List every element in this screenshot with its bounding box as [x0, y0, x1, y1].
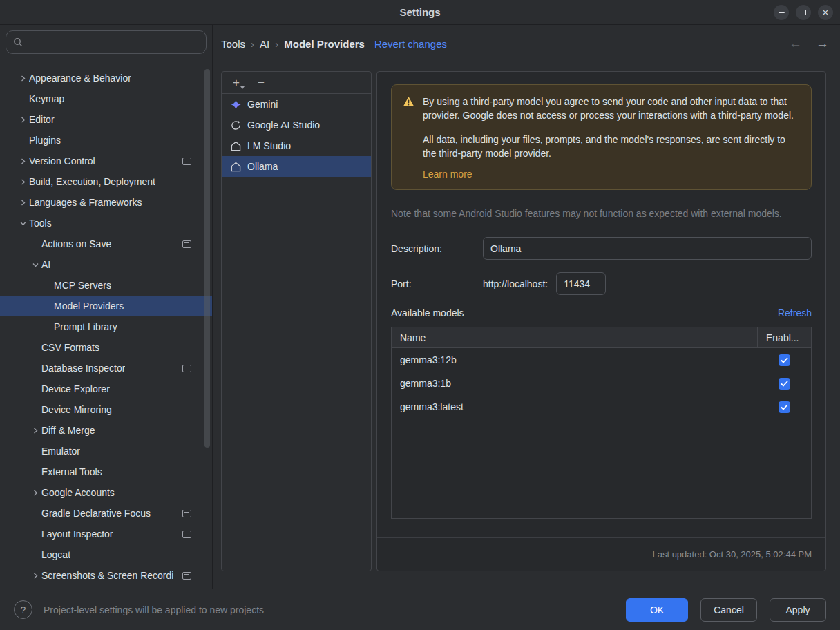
model-enabled-checkbox[interactable] — [779, 401, 790, 413]
sidebar-item-screenshots-screen-recordi[interactable]: Screenshots & Screen Recordi — [0, 565, 212, 586]
breadcrumb-row: Tools›AI›Model Providers Revert changes … — [213, 25, 840, 62]
provider-item-gemini[interactable]: Gemini — [222, 94, 371, 115]
provider-label: Gemini — [247, 99, 278, 110]
refresh-link[interactable]: Refresh — [778, 307, 812, 318]
revert-changes-link[interactable]: Revert changes — [374, 38, 447, 50]
project-level-icon — [182, 531, 191, 538]
model-row-gemma3-latest[interactable]: gemma3:latest — [392, 395, 811, 419]
sidebar-item-device-mirroring[interactable]: Device Mirroring — [0, 399, 212, 420]
model-row-gemma3-1b[interactable]: gemma3:1b — [392, 372, 811, 395]
sidebar-item-editor[interactable]: Editor — [0, 109, 212, 130]
cancel-button[interactable]: Cancel — [700, 598, 757, 622]
sidebar-item-label: Gradle Declarative Focus — [41, 508, 151, 519]
provider-item-google-ai-studio[interactable]: Google AI Studio — [222, 115, 371, 135]
breadcrumb-item-ai[interactable]: AI — [260, 38, 269, 50]
sidebar-item-database-inspector[interactable]: Database Inspector — [0, 358, 212, 379]
ok-button[interactable]: OK — [626, 598, 688, 622]
description-row: Description: — [391, 237, 812, 260]
warning-paragraph-1: By using a third-party model you agree t… — [423, 95, 800, 123]
model-row-gemma3-12b[interactable]: gemma3:12b — [392, 348, 811, 372]
help-button[interactable]: ? — [14, 600, 32, 619]
add-dropdown-caret-icon — [240, 86, 245, 89]
sidebar-item-build-execution-deployment[interactable]: Build, Execution, Deployment — [0, 171, 212, 192]
chevron-right-icon[interactable] — [17, 117, 29, 123]
model-enabled-checkbox[interactable] — [779, 378, 790, 390]
model-enabled-cell — [757, 372, 811, 395]
sidebar-item-device-explorer[interactable]: Device Explorer — [0, 379, 212, 399]
settings-content: Tools›AI›Model Providers Revert changes … — [213, 25, 840, 589]
chevron-right-icon[interactable] — [17, 179, 29, 185]
sidebar-item-label: Version Control — [29, 155, 95, 166]
sidebar-item-gradle-declarative-focus[interactable]: Gradle Declarative Focus — [0, 503, 212, 524]
provider-label: Ollama — [247, 161, 278, 172]
provider-list-panel: + − GeminiGoogle AI StudioLM StudioOllam… — [221, 71, 372, 571]
sidebar-item-version-control[interactable]: Version Control — [0, 151, 212, 171]
model-name: gemma3:12b — [392, 354, 757, 365]
chevron-down-icon[interactable] — [17, 220, 29, 227]
chevron-down-icon[interactable] — [29, 262, 41, 268]
sidebar-item-diff-merge[interactable]: Diff & Merge — [0, 420, 212, 441]
chevron-right-icon[interactable] — [17, 158, 29, 164]
last-updated-text: Last updated: Oct 30, 2025, 5:02:44 PM — [652, 549, 812, 560]
breadcrumb-item-model-providers[interactable]: Model Providers — [284, 38, 365, 50]
sidebar-item-logcat[interactable]: Logcat — [0, 544, 212, 565]
sidebar-item-ai[interactable]: AI — [0, 254, 212, 275]
sidebar-item-label: Tools — [29, 218, 52, 229]
provider-toolbar: + − — [222, 72, 371, 94]
minimize-icon — [779, 12, 785, 13]
description-input[interactable] — [483, 237, 812, 260]
chevron-right-icon[interactable] — [17, 75, 29, 82]
search-box[interactable] — [6, 30, 207, 54]
learn-more-link[interactable]: Learn more — [423, 169, 472, 180]
sidebar-item-languages-frameworks[interactable]: Languages & Frameworks — [0, 192, 212, 213]
description-label: Description: — [391, 243, 483, 254]
add-provider-button[interactable]: + — [230, 77, 242, 88]
chevron-right-icon[interactable] — [29, 428, 41, 434]
project-level-icon — [182, 365, 191, 372]
sidebar-item-tools[interactable]: Tools — [0, 213, 212, 233]
model-enabled-checkbox[interactable] — [779, 354, 790, 366]
sidebar-item-appearance-behavior[interactable]: Appearance & Behavior — [0, 68, 212, 88]
sidebar-item-actions-on-save[interactable]: Actions on Save — [0, 233, 212, 254]
port-input[interactable] — [556, 272, 606, 295]
footer-buttons: OK Cancel Apply — [626, 598, 826, 622]
chevron-right-icon[interactable] — [17, 200, 29, 206]
close-button[interactable]: × — [818, 5, 833, 20]
window-title: Settings — [0, 0, 840, 25]
chevron-right-icon[interactable] — [29, 490, 41, 496]
forward-arrow[interactable]: → — [816, 36, 829, 51]
project-level-icon — [182, 510, 191, 517]
provider-item-lm-studio[interactable]: LM Studio — [222, 135, 371, 156]
remove-provider-button[interactable]: − — [255, 77, 267, 88]
model-enabled-cell — [757, 348, 811, 372]
sidebar-item-external-tools[interactable]: External Tools — [0, 461, 212, 482]
sidebar-item-label: CSV Formats — [41, 342, 99, 353]
sidebar-item-model-providers[interactable]: Model Providers — [0, 296, 212, 316]
search-input[interactable] — [28, 37, 199, 48]
column-header-enabled[interactable]: Enabl... — [757, 327, 811, 347]
sidebar-item-layout-inspector[interactable]: Layout Inspector — [0, 524, 212, 544]
sidebar-item-label: External Tools — [41, 466, 102, 477]
provider-item-ollama[interactable]: Ollama — [222, 156, 371, 177]
available-models-row: Available models Refresh — [391, 307, 812, 318]
sidebar-item-plugins[interactable]: Plugins — [0, 130, 212, 151]
sidebar-item-prompt-library[interactable]: Prompt Library — [0, 316, 212, 337]
gemini-icon — [230, 99, 241, 110]
sidebar-item-emulator[interactable]: Emulator — [0, 441, 212, 461]
maximize-button[interactable] — [796, 5, 811, 20]
sidebar-item-google-accounts[interactable]: Google Accounts — [0, 482, 212, 503]
apply-button[interactable]: Apply — [770, 598, 826, 622]
sidebar-item-keymap[interactable]: Keymap — [0, 88, 212, 109]
sidebar-item-mcp-servers[interactable]: MCP Servers — [0, 275, 212, 296]
dialog-footer: ? Project-level settings will be applied… — [0, 589, 840, 630]
third-party-warning-banner: By using a third-party model you agree t… — [391, 84, 812, 190]
window-controls: × — [774, 5, 833, 20]
sidebar-item-csv-formats[interactable]: CSV Formats — [0, 337, 212, 358]
chevron-right-icon[interactable] — [29, 573, 41, 579]
sidebar-scrollbar[interactable] — [204, 69, 210, 448]
back-arrow[interactable]: ← — [789, 36, 802, 51]
breadcrumb-item-tools[interactable]: Tools — [221, 38, 245, 50]
column-header-name[interactable]: Name — [392, 332, 757, 343]
port-prefix: http://localhost: — [483, 278, 548, 289]
minimize-button[interactable] — [774, 5, 789, 20]
